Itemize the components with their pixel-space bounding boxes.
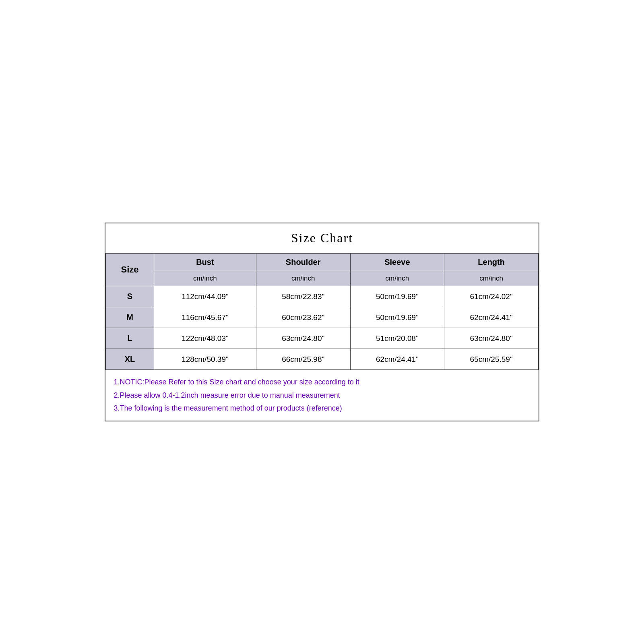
size-header: Size — [106, 254, 154, 286]
size-cell-s: S — [106, 286, 154, 307]
length-header: Length — [444, 254, 539, 271]
shoulder-cell-m: 60cm/23.62" — [256, 307, 350, 328]
length-cell-l: 63cm/24.80" — [444, 328, 539, 349]
bust-unit: cm/inch — [154, 271, 256, 286]
size-chart-container: Size Chart Size Bust Shoulder Sleeve Len… — [105, 223, 539, 421]
shoulder-cell-xl: 66cm/25.98" — [256, 349, 350, 370]
note-line: 1.NOTIC:Please Refer to this Size chart … — [114, 376, 359, 388]
size-table: Size Bust Shoulder Sleeve Length cm/inch… — [105, 253, 539, 420]
sleeve-cell-s: 50cm/19.69" — [350, 286, 444, 307]
chart-title: Size Chart — [105, 223, 539, 253]
length-cell-m: 62cm/24.41" — [444, 307, 539, 328]
sleeve-unit: cm/inch — [350, 271, 444, 286]
sleeve-header: Sleeve — [350, 254, 444, 271]
table-body: S112cm/44.09"58cm/22.83"50cm/19.69"61cm/… — [106, 286, 539, 370]
note-line: 3.The following is the measurement metho… — [114, 402, 342, 415]
size-cell-xl: XL — [106, 349, 154, 370]
size-cell-l: L — [106, 328, 154, 349]
subheader-row: cm/inch cm/inch cm/inch cm/inch — [106, 271, 539, 286]
shoulder-cell-l: 63cm/24.80" — [256, 328, 350, 349]
table-row: M116cm/45.67"60cm/23.62"50cm/19.69"62cm/… — [106, 307, 539, 328]
header-row: Size Bust Shoulder Sleeve Length — [106, 254, 539, 271]
size-cell-m: M — [106, 307, 154, 328]
sleeve-cell-xl: 62cm/24.41" — [350, 349, 444, 370]
bust-cell-s: 112cm/44.09" — [154, 286, 256, 307]
shoulder-header: Shoulder — [256, 254, 350, 271]
bust-cell-xl: 128cm/50.39" — [154, 349, 256, 370]
table-row: XL128cm/50.39"66cm/25.98"62cm/24.41"65cm… — [106, 349, 539, 370]
sleeve-cell-l: 51cm/20.08" — [350, 328, 444, 349]
length-cell-xl: 65cm/25.59" — [444, 349, 539, 370]
notes-container: 1.NOTIC:Please Refer to this Size chart … — [114, 376, 530, 415]
length-cell-s: 61cm/24.02" — [444, 286, 539, 307]
table-row: S112cm/44.09"58cm/22.83"50cm/19.69"61cm/… — [106, 286, 539, 307]
bust-cell-m: 116cm/45.67" — [154, 307, 256, 328]
sleeve-cell-m: 50cm/19.69" — [350, 307, 444, 328]
bust-header: Bust — [154, 254, 256, 271]
page-wrapper: Size Chart Size Bust Shoulder Sleeve Len… — [0, 0, 644, 644]
shoulder-cell-s: 58cm/22.83" — [256, 286, 350, 307]
notes-row: 1.NOTIC:Please Refer to this Size chart … — [106, 370, 539, 421]
shoulder-unit: cm/inch — [256, 271, 350, 286]
table-row: L122cm/48.03"63cm/24.80"51cm/20.08"63cm/… — [106, 328, 539, 349]
bust-cell-l: 122cm/48.03" — [154, 328, 256, 349]
note-line: 2.Please allow 0.4-1.2inch measure error… — [114, 389, 340, 402]
length-unit: cm/inch — [444, 271, 539, 286]
notes-cell: 1.NOTIC:Please Refer to this Size chart … — [106, 370, 539, 421]
